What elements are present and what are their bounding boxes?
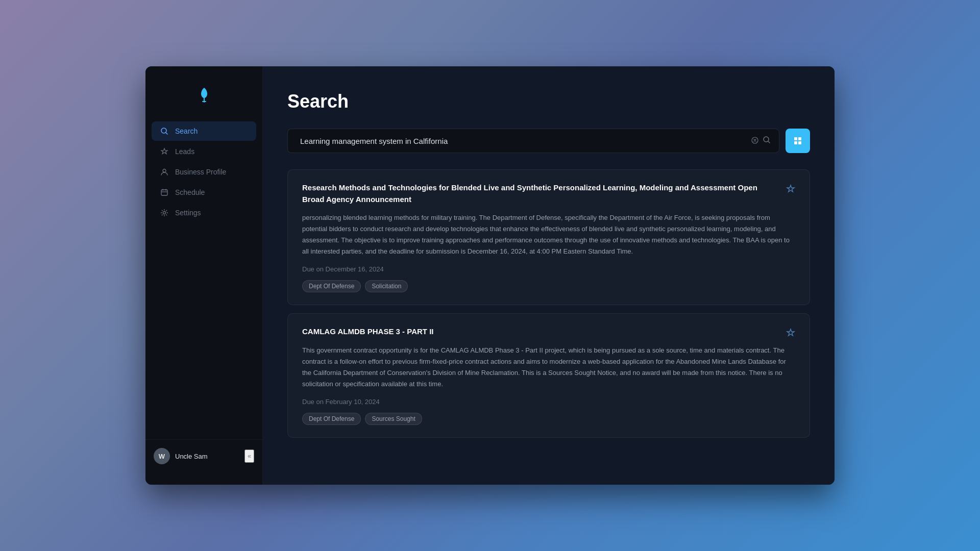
sidebar-item-settings[interactable]: Settings [152,203,256,222]
svg-point-2 [163,169,166,172]
sidebar-item-business-profile-label: Business Profile [175,168,226,176]
star-button[interactable] [784,326,797,339]
calendar-icon [160,188,169,197]
svg-rect-9 [794,141,797,144]
user-name: Uncle Sam [175,453,208,460]
search-submit-icon[interactable] [763,136,771,146]
star-icon [160,147,169,156]
tag: Dept Of Defense [302,280,361,292]
collapse-button[interactable]: « [244,449,254,463]
svg-rect-8 [798,137,801,140]
gear-icon [160,208,169,217]
tag: Dept Of Defense [302,413,361,425]
svg-point-4 [163,212,166,214]
sidebar-item-schedule[interactable]: Schedule [152,183,256,202]
sidebar-item-leads-label: Leads [175,147,194,156]
card-tags: Dept Of DefenseSources Sought [302,413,795,425]
tag: Sources Sought [365,413,422,425]
star-button[interactable] [784,182,797,195]
card-title: CAMLAG ALMDB PHASE 3 - PART II [302,326,795,338]
sidebar-item-business-profile[interactable]: Business Profile [152,162,256,182]
card-due-date: Due on February 10, 2024 [302,398,795,406]
logo [145,79,262,121]
clear-icon[interactable] [751,137,758,145]
user-info: W Uncle Sam [154,448,208,464]
app-container: Search Leads Business Profile [145,66,835,485]
card-tags: Dept Of DefenseSolicitation [302,280,795,292]
avatar: W [154,448,170,464]
filter-icon [793,136,803,146]
filter-button[interactable] [786,129,810,153]
sidebar-item-search-label: Search [175,127,198,135]
search-input-icons [751,136,771,146]
card-description: This government contract opportunity is … [302,345,795,390]
sidebar-item-leads[interactable]: Leads [152,142,256,161]
card-description: personalizing blended learning methods f… [302,212,795,257]
sidebar-footer: W Uncle Sam « [145,439,262,472]
tag: Solicitation [365,280,408,292]
svg-rect-7 [794,137,797,140]
search-icon [160,127,169,136]
card-due-date: Due on December 16, 2024 [302,265,795,273]
search-input[interactable] [296,137,751,145]
page-title: Search [287,91,810,112]
search-bar-container [287,129,810,153]
nav: Search Leads Business Profile [145,121,262,439]
svg-rect-3 [161,190,167,195]
svg-rect-0 [202,101,206,102]
sidebar-item-schedule-label: Schedule [175,188,205,196]
card-title: Research Methods and Technologies for Bl… [302,182,795,205]
sidebar: Search Leads Business Profile [145,66,263,485]
user-icon [160,167,169,177]
sidebar-item-settings-label: Settings [175,209,201,217]
logo-icon [194,85,214,105]
result-card: CAMLAG ALMDB PHASE 3 - PART II This gove… [287,313,810,438]
main-content: Search [263,66,835,485]
sidebar-item-search[interactable]: Search [152,121,256,141]
svg-rect-10 [798,141,801,144]
search-input-wrapper [287,129,779,153]
result-card: Research Methods and Technologies for Bl… [287,169,810,305]
results-list: Research Methods and Technologies for Bl… [287,169,810,438]
